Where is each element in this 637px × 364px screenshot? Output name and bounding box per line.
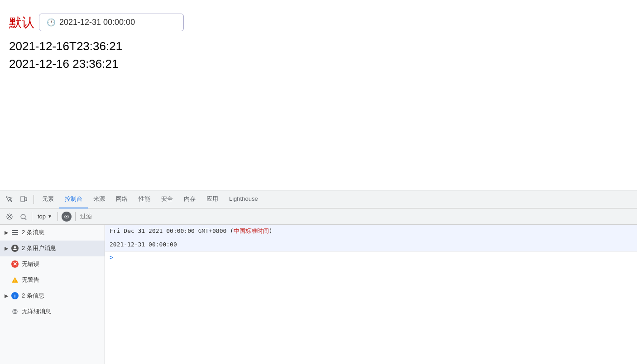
warning-icon: ! [11, 276, 19, 284]
clock-icon: 🕐 [47, 18, 56, 27]
console-line-1: Fri Dec 31 2021 00:00:00 GMT+0800 (中国标准时… [105, 225, 637, 238]
tab-security[interactable]: 安全 [156, 190, 178, 208]
sidebar-item-debug[interactable]: ▶ 无详细消息 [0, 304, 105, 320]
user-icon [11, 244, 19, 252]
tab-console[interactable]: 控制台 [59, 190, 88, 208]
arrow-messages: ▶ [5, 230, 8, 236]
tab-network[interactable]: 网络 [110, 190, 133, 208]
errors-label: 无错误 [22, 260, 39, 268]
devtools-toolbar: top ▼ [0, 208, 637, 225]
first-row: 默认 🕐 2021-12-31 00:00:00 [9, 14, 628, 31]
toolbar-divider-3 [75, 212, 76, 221]
warnings-label: 无警告 [22, 276, 39, 284]
svg-text:!: ! [14, 279, 16, 283]
tab-application[interactable]: 应用 [201, 190, 224, 208]
console-line-2: 2021-12-31 00:00:00 [105, 238, 637, 252]
context-select[interactable]: top ▼ [34, 211, 56, 222]
main-content: 默认 🕐 2021-12-31 00:00:00 2021-12-16T23:3… [0, 0, 637, 190]
tab-sources[interactable]: 来源 [88, 190, 110, 208]
arrow-user-messages: ▶ [5, 246, 8, 251]
sidebar-item-warnings[interactable]: ▶ ! 无警告 [0, 272, 105, 288]
svg-line-4 [25, 218, 26, 220]
user-messages-label: 2 条用户消息 [22, 244, 56, 252]
sidebar-item-info[interactable]: ▶ i 2 条信息 [0, 288, 105, 304]
datetime-input-wrapper[interactable]: 🕐 2021-12-31 00:00:00 [39, 14, 184, 31]
devtools-sidebar: ▶ 2 条消息 ▶ [0, 225, 105, 364]
debug-icon [11, 307, 19, 316]
svg-point-6 [66, 216, 67, 217]
svg-rect-8 [12, 232, 18, 233]
date-iso-line: 2021-12-16T23:36:21 [9, 39, 628, 53]
messages-label: 2 条消息 [22, 228, 44, 236]
devtools-body: ▶ 2 条消息 ▶ [0, 225, 637, 364]
tab-memory[interactable]: 内存 [178, 190, 201, 208]
svg-point-10 [14, 246, 16, 249]
svg-point-15 [15, 312, 16, 312]
tab-divider-1 [34, 195, 34, 204]
info-icon: i [11, 292, 19, 300]
inspect-icon[interactable] [3, 193, 15, 206]
svg-rect-7 [12, 230, 18, 231]
console-text-1: Fri Dec 31 2021 00:00:00 GMT+0800 (中国标准时… [110, 227, 273, 236]
svg-rect-0 [21, 196, 24, 202]
console-prompt[interactable]: > [105, 252, 637, 263]
devtools-tabbar: 元素 控制台 来源 网络 性能 安全 内存 应用 Lighthouse [0, 190, 637, 208]
tab-performance[interactable]: 性能 [133, 190, 156, 208]
info-label: 2 条信息 [22, 292, 44, 300]
filter-input[interactable] [77, 212, 634, 222]
error-icon: ✕ [11, 260, 19, 268]
context-label: top [38, 213, 46, 220]
sidebar-item-user-messages[interactable]: ▶ 2 条用户消息 [0, 241, 105, 256]
svg-point-3 [21, 214, 25, 219]
clear-console-btn[interactable] [4, 211, 15, 222]
device-icon[interactable] [17, 193, 30, 206]
eye-btn[interactable] [61, 211, 72, 222]
devtools-panel: 元素 控制台 来源 网络 性能 安全 内存 应用 Lighthouse [0, 190, 637, 364]
sidebar-item-errors[interactable]: ▶ ✕ 无错误 [0, 256, 105, 272]
timezone-link[interactable]: 中国标准时间 [234, 227, 269, 234]
toolbar-divider-1 [32, 212, 32, 221]
eye-icon [62, 212, 72, 222]
datetime-value: 2021-12-31 00:00:00 [59, 18, 135, 27]
svg-point-14 [14, 312, 14, 312]
default-label: 默认 [9, 14, 34, 31]
context-dropdown-arrow: ▼ [48, 214, 52, 219]
devtools-console[interactable]: Fri Dec 31 2021 00:00:00 GMT+0800 (中国标准时… [105, 225, 637, 364]
debug-label: 无详细消息 [22, 307, 51, 316]
date-formatted-line: 2021-12-16 23:36:21 [9, 57, 628, 71]
tab-elements[interactable]: 元素 [37, 190, 59, 208]
toolbar-divider-2 [57, 212, 58, 221]
arrow-info: ▶ [5, 293, 8, 299]
console-text-2: 2021-12-31 00:00:00 [110, 240, 177, 250]
svg-rect-9 [12, 234, 18, 235]
filter-btn[interactable] [17, 211, 29, 222]
list-icon [11, 228, 19, 236]
svg-rect-1 [25, 198, 27, 201]
tab-lighthouse[interactable]: Lighthouse [224, 190, 263, 208]
sidebar-item-messages[interactable]: ▶ 2 条消息 [0, 225, 105, 241]
